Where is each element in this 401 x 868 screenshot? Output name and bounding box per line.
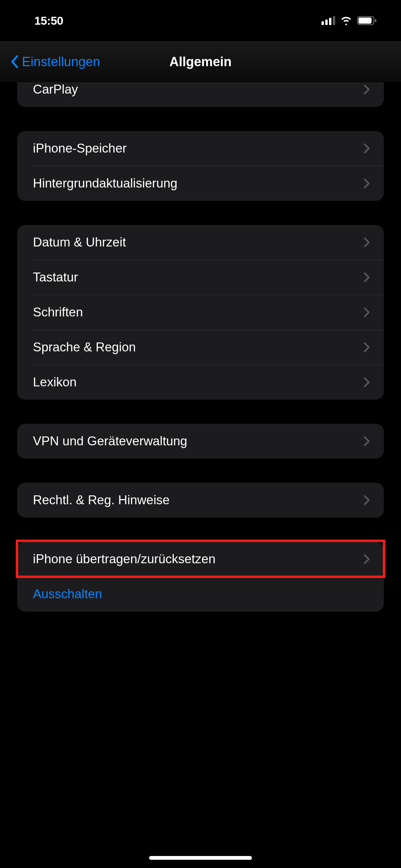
svg-rect-1 bbox=[359, 17, 372, 24]
row-label: Datum & Uhrzeit bbox=[33, 235, 126, 250]
settings-row[interactable]: Datum & Uhrzeit bbox=[17, 225, 384, 260]
settings-group: Rechtl. & Reg. Hinweise bbox=[17, 483, 384, 518]
chevron-left-icon bbox=[10, 55, 19, 69]
settings-row[interactable]: VPN und Geräteverwaltung bbox=[17, 424, 384, 459]
settings-group: iPhone übertragen/zurücksetzenAusschalte… bbox=[17, 542, 384, 612]
chevron-right-icon bbox=[363, 307, 370, 318]
row-label: Sprache & Region bbox=[33, 340, 136, 354]
status-bar: 15:50 bbox=[0, 0, 401, 41]
settings-row[interactable]: Schriften bbox=[17, 295, 384, 330]
settings-group: CarPlay bbox=[17, 82, 384, 107]
settings-row[interactable]: iPhone übertragen/zurücksetzen bbox=[17, 542, 384, 577]
chevron-right-icon bbox=[363, 272, 370, 283]
chevron-right-icon bbox=[363, 178, 370, 189]
cellular-signal-icon bbox=[321, 16, 335, 25]
status-indicators bbox=[321, 16, 377, 25]
row-label: Lexikon bbox=[33, 375, 77, 389]
settings-row[interactable]: iPhone-Speicher bbox=[17, 131, 384, 166]
row-label: Ausschalten bbox=[33, 587, 102, 601]
settings-row[interactable]: Ausschalten bbox=[17, 577, 384, 612]
chevron-right-icon bbox=[363, 377, 370, 388]
wifi-icon bbox=[340, 16, 352, 25]
settings-group: VPN und Geräteverwaltung bbox=[17, 424, 384, 459]
settings-group: Datum & UhrzeitTastaturSchriftenSprache … bbox=[17, 225, 384, 400]
settings-row[interactable]: Lexikon bbox=[17, 365, 384, 400]
settings-row[interactable]: Rechtl. & Reg. Hinweise bbox=[17, 483, 384, 518]
navigation-bar: Einstellungen Allgemein bbox=[0, 41, 401, 82]
battery-icon bbox=[357, 16, 377, 25]
chevron-right-icon bbox=[363, 84, 370, 95]
row-label: Hintergrundaktualisierung bbox=[33, 176, 178, 191]
settings-row[interactable]: Sprache & Region bbox=[17, 330, 384, 365]
settings-row[interactable]: CarPlay bbox=[17, 82, 384, 107]
row-label: Tastatur bbox=[33, 270, 78, 285]
settings-group: iPhone-SpeicherHintergrundaktualisierung bbox=[17, 131, 384, 201]
chevron-right-icon bbox=[363, 554, 370, 565]
svg-rect-2 bbox=[375, 19, 376, 22]
row-label: iPhone-Speicher bbox=[33, 141, 127, 156]
chevron-right-icon bbox=[363, 143, 370, 154]
chevron-right-icon bbox=[363, 436, 370, 447]
row-label: VPN und Geräteverwaltung bbox=[33, 434, 187, 448]
chevron-right-icon bbox=[363, 495, 370, 506]
row-label: Rechtl. & Reg. Hinweise bbox=[33, 493, 170, 507]
chevron-right-icon bbox=[363, 237, 370, 248]
home-indicator[interactable] bbox=[149, 856, 252, 860]
status-time: 15:50 bbox=[34, 14, 63, 27]
row-label: iPhone übertragen/zurücksetzen bbox=[33, 552, 216, 566]
row-label: Schriften bbox=[33, 305, 83, 320]
chevron-right-icon bbox=[363, 342, 370, 353]
row-label: CarPlay bbox=[33, 82, 78, 97]
back-button[interactable]: Einstellungen bbox=[10, 55, 100, 69]
page-title: Allgemein bbox=[169, 55, 232, 69]
back-label: Einstellungen bbox=[22, 55, 100, 69]
settings-row[interactable]: Tastatur bbox=[17, 260, 384, 295]
settings-row[interactable]: Hintergrundaktualisierung bbox=[17, 166, 384, 201]
settings-content[interactable]: CarPlayiPhone-SpeicherHintergrundaktuali… bbox=[0, 82, 401, 612]
